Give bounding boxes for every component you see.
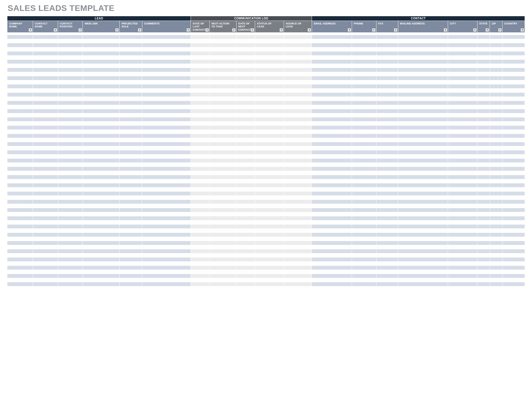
table-cell[interactable] <box>477 225 490 229</box>
table-cell[interactable] <box>142 109 191 113</box>
table-cell[interactable] <box>376 245 398 249</box>
table-cell[interactable] <box>7 97 33 101</box>
table-cell[interactable] <box>83 196 120 200</box>
table-cell[interactable] <box>376 208 398 212</box>
table-cell[interactable] <box>33 155 58 159</box>
table-cell[interactable] <box>7 253 33 258</box>
table-cell[interactable] <box>490 274 502 278</box>
table-cell[interactable] <box>236 80 255 84</box>
table-cell[interactable] <box>448 196 478 200</box>
table-cell[interactable] <box>209 216 236 220</box>
table-cell[interactable] <box>83 101 120 105</box>
column-header[interactable]: CONTACT NAME <box>33 21 58 33</box>
table-cell[interactable] <box>284 122 312 126</box>
table-cell[interactable] <box>376 262 398 266</box>
table-cell[interactable] <box>58 72 83 76</box>
table-cell[interactable] <box>352 93 376 97</box>
table-cell[interactable] <box>236 204 255 208</box>
table-cell[interactable] <box>83 278 120 282</box>
table-cell[interactable] <box>58 253 83 258</box>
table-cell[interactable] <box>477 113 490 117</box>
table-cell[interactable] <box>120 64 142 68</box>
table-cell[interactable] <box>284 258 312 262</box>
table-cell[interactable] <box>352 233 376 237</box>
table-cell[interactable] <box>33 52 58 56</box>
table-cell[interactable] <box>191 175 210 179</box>
table-cell[interactable] <box>255 150 284 155</box>
table-cell[interactable] <box>83 80 120 84</box>
table-cell[interactable] <box>352 192 376 196</box>
table-cell[interactable] <box>236 52 255 56</box>
table-cell[interactable] <box>120 155 142 159</box>
table-cell[interactable] <box>120 47 142 52</box>
table-cell[interactable] <box>448 179 478 183</box>
table-cell[interactable] <box>376 187 398 192</box>
table-cell[interactable] <box>236 220 255 225</box>
table-cell[interactable] <box>352 113 376 117</box>
table-cell[interactable] <box>284 159 312 163</box>
table-cell[interactable] <box>33 109 58 113</box>
table-cell[interactable] <box>83 258 120 262</box>
table-cell[interactable] <box>255 84 284 89</box>
table-cell[interactable] <box>477 101 490 105</box>
table-cell[interactable] <box>376 76 398 80</box>
table-cell[interactable] <box>376 64 398 68</box>
table-cell[interactable] <box>83 192 120 196</box>
table-cell[interactable] <box>477 39 490 43</box>
table-cell[interactable] <box>7 35 33 39</box>
table-cell[interactable] <box>33 97 58 101</box>
table-cell[interactable] <box>477 155 490 159</box>
table-cell[interactable] <box>502 39 525 43</box>
table-cell[interactable] <box>142 220 191 225</box>
table-cell[interactable] <box>502 130 525 134</box>
filter-dropdown-icon[interactable] <box>78 28 82 32</box>
table-cell[interactable] <box>477 76 490 80</box>
table-cell[interactable] <box>7 56 33 60</box>
table-cell[interactable] <box>7 237 33 241</box>
table-cell[interactable] <box>502 192 525 196</box>
table-cell[interactable] <box>398 278 448 282</box>
table-cell[interactable] <box>284 187 312 192</box>
table-cell[interactable] <box>284 175 312 179</box>
table-cell[interactable] <box>255 204 284 208</box>
table-cell[interactable] <box>352 80 376 84</box>
table-cell[interactable] <box>490 47 502 52</box>
table-cell[interactable] <box>490 60 502 64</box>
table-cell[interactable] <box>83 113 120 117</box>
table-cell[interactable] <box>502 68 525 72</box>
table-cell[interactable] <box>502 270 525 274</box>
table-cell[interactable] <box>502 80 525 84</box>
table-cell[interactable] <box>398 159 448 163</box>
table-cell[interactable] <box>376 35 398 39</box>
table-cell[interactable] <box>236 142 255 146</box>
table-cell[interactable] <box>236 286 255 291</box>
column-header[interactable]: STATUS OF LEAD <box>255 21 284 33</box>
table-cell[interactable] <box>502 56 525 60</box>
table-cell[interactable] <box>398 229 448 233</box>
filter-dropdown-icon[interactable] <box>485 28 489 32</box>
table-cell[interactable] <box>255 249 284 253</box>
table-cell[interactable] <box>502 60 525 64</box>
table-cell[interactable] <box>33 142 58 146</box>
table-cell[interactable] <box>33 105 58 109</box>
table-cell[interactable] <box>398 183 448 187</box>
table-cell[interactable] <box>255 229 284 233</box>
table-cell[interactable] <box>490 97 502 101</box>
table-cell[interactable] <box>376 138 398 142</box>
table-cell[interactable] <box>448 39 478 43</box>
table-cell[interactable] <box>448 80 478 84</box>
table-cell[interactable] <box>312 64 352 68</box>
table-cell[interactable] <box>398 187 448 192</box>
table-cell[interactable] <box>376 233 398 237</box>
table-cell[interactable] <box>284 216 312 220</box>
table-cell[interactable] <box>312 150 352 155</box>
table-cell[interactable] <box>142 258 191 262</box>
filter-dropdown-icon[interactable] <box>115 28 119 32</box>
table-cell[interactable] <box>209 56 236 60</box>
table-cell[interactable] <box>376 109 398 113</box>
table-cell[interactable] <box>120 142 142 146</box>
table-cell[interactable] <box>191 93 210 97</box>
table-cell[interactable] <box>142 113 191 117</box>
table-cell[interactable] <box>284 68 312 72</box>
table-cell[interactable] <box>7 278 33 282</box>
